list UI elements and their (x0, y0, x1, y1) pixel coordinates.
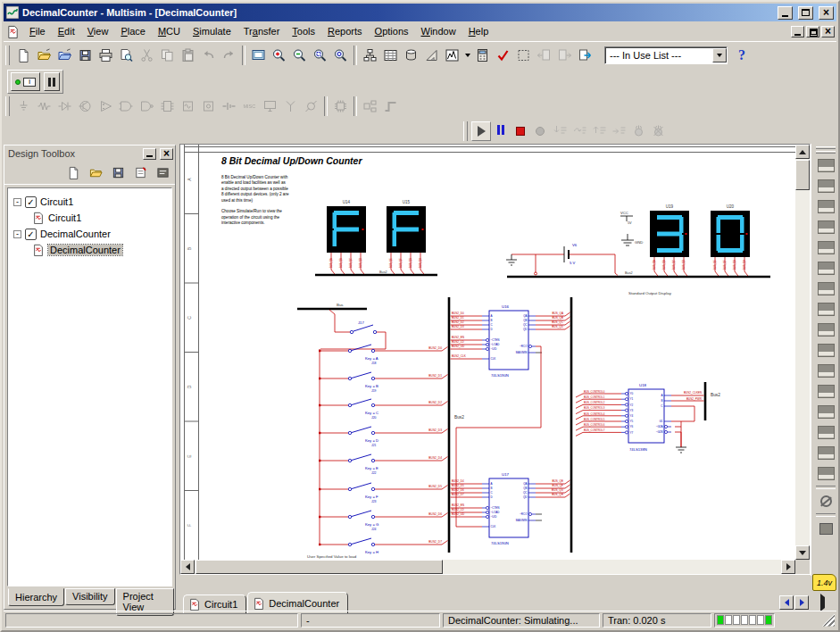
hierarchical-block-button[interactable] (360, 96, 380, 117)
print-button[interactable] (96, 45, 116, 66)
indicator-components-button[interactable] (198, 96, 219, 117)
wattmeter-button[interactable] (814, 196, 838, 217)
analog-components-button[interactable] (96, 96, 116, 117)
minimize-button[interactable] (778, 6, 793, 20)
oscilloscope-button[interactable] (814, 217, 838, 237)
redo-button[interactable] (219, 45, 239, 66)
agilent-oscilloscope-button[interactable] (814, 463, 838, 484)
run-to-cursor-button[interactable] (609, 121, 628, 141)
tree-item-circuit1-design[interactable]: - ✓ Circuit1 (8, 194, 171, 210)
postprocessor-button[interactable] (472, 45, 493, 66)
visibility-checkbox[interactable]: ✓ (25, 196, 37, 208)
schematic-canvas[interactable]: ABCDEF8 Bit Decimal Up/Down Counter8 Bit… (180, 145, 795, 560)
switch-key-J22[interactable]: BUS2_D4Key = EJ22 (319, 454, 448, 475)
run-button[interactable] (471, 121, 491, 141)
source-components-button[interactable] (13, 96, 34, 117)
seven-segment-display-U14[interactable]: U14BUS_QABUS_QBBUS_QCBUS_QD (327, 200, 366, 274)
menu-item[interactable]: View (81, 23, 115, 39)
labview-instruments-button[interactable] (814, 519, 838, 539)
measurement-probe-button[interactable]: 1.4v (812, 574, 836, 591)
combobox-arrow-button[interactable] (712, 48, 727, 62)
open-button[interactable] (34, 45, 54, 66)
cut-button[interactable] (137, 45, 157, 66)
scroll-down-button[interactable] (795, 545, 810, 560)
new-button[interactable] (13, 45, 34, 66)
current-clamp-button[interactable] (814, 491, 838, 511)
menu-item[interactable]: Reports (321, 23, 369, 39)
switch-key-J18[interactable]: BUS2_D0Key = AJ18 (319, 345, 448, 365)
logic-converter-button[interactable] (814, 340, 838, 361)
menu-item[interactable]: Place (114, 23, 152, 39)
new-document-button[interactable] (63, 163, 83, 182)
power-components-button[interactable] (219, 96, 239, 117)
agilent-function-generator-button[interactable] (814, 443, 838, 463)
menu-item[interactable]: Options (369, 23, 415, 39)
grapher-button[interactable] (442, 45, 462, 66)
menu-item[interactable]: Transfer (237, 23, 287, 39)
tree-item-circuit1-page[interactable]: Circuit1 (8, 210, 171, 226)
save-document-button[interactable] (108, 163, 128, 182)
mcu-button[interactable] (330, 96, 351, 117)
run-stop-switch-button[interactable]: I (11, 72, 40, 91)
print-preview-button[interactable] (116, 45, 137, 66)
misc-components-button[interactable]: MISC (239, 96, 260, 117)
component-U16[interactable]: U1674LS190NABCD~CTEN~LOAD~U/DCLKQAQBQCQD… (451, 304, 570, 378)
scroll-left-button[interactable] (180, 560, 195, 574)
diode-components-button[interactable] (54, 96, 75, 117)
menu-item[interactable]: Tools (286, 23, 321, 39)
visibility-checkbox[interactable]: ✓ (25, 229, 37, 240)
open-sample-button[interactable] (54, 45, 75, 66)
pause-button[interactable] (491, 121, 511, 141)
switch-key-J21[interactable]: BUS2_D3Key = DJ21 (319, 427, 448, 447)
mixed-components-button[interactable] (178, 96, 198, 117)
forward-annotate-button[interactable] (554, 45, 575, 66)
distortion-analyzer-button[interactable] (814, 381, 838, 402)
ttl-components-button[interactable] (116, 96, 137, 117)
zoom-area-button[interactable] (310, 45, 330, 66)
switch-J17[interactable]: J17 (320, 310, 386, 349)
collapse-icon[interactable]: - (13, 198, 21, 206)
open-document-button[interactable] (86, 163, 105, 182)
transfer-to-ultiboard-button[interactable] (575, 45, 595, 66)
copy-button[interactable] (157, 45, 178, 66)
horizontal-scroll-thumb[interactable] (195, 560, 443, 574)
menu-item[interactable]: File (23, 23, 52, 39)
toolbar-grip[interactable] (5, 46, 10, 65)
menu-item[interactable]: MCU (152, 23, 187, 39)
back-annotate-button[interactable] (534, 45, 554, 66)
child-close-button[interactable]: × (821, 26, 835, 37)
design-toolbox-button[interactable] (360, 45, 380, 66)
toolbar-scroll-right-button[interactable] (820, 597, 825, 608)
tab-scroll-right-button[interactable] (794, 595, 809, 610)
toggle-breakpoint-button[interactable] (628, 121, 648, 141)
full-screen-button[interactable] (248, 45, 269, 66)
horizontal-scrollbar[interactable] (180, 560, 795, 574)
grapher-dropdown-button[interactable] (462, 45, 472, 66)
bode-plotter-button[interactable] (814, 258, 838, 279)
child-minimize-button[interactable] (791, 26, 804, 37)
vertical-scrollbar[interactable] (795, 145, 810, 560)
maximize-button[interactable] (798, 6, 813, 20)
panel-minimize-button[interactable] (143, 148, 156, 160)
switch-key-H[interactable]: BUS2_D7Key = H (319, 538, 448, 554)
electromechanical-components-button[interactable] (301, 96, 321, 117)
iv-analyzer-button[interactable] (814, 361, 838, 381)
toolbar-grip[interactable] (816, 146, 836, 149)
frequency-counter-button[interactable] (814, 279, 838, 299)
spectrum-analyzer-button[interactable] (814, 402, 838, 422)
rf-components-button[interactable] (280, 96, 301, 117)
close-button[interactable]: × (819, 6, 834, 20)
word-generator-button[interactable] (814, 299, 838, 320)
database-manager-button[interactable] (401, 45, 421, 66)
tab-hierarchy[interactable]: Hierarchy (8, 588, 64, 606)
close-document-button[interactable] (130, 163, 150, 182)
zoom-in-button[interactable] (269, 45, 289, 66)
electrical-rules-check-button[interactable] (493, 45, 513, 66)
paste-button[interactable] (178, 45, 198, 66)
menu-item[interactable]: Window (415, 23, 462, 39)
toolbar-grip[interactable] (816, 151, 836, 154)
component-U17[interactable]: U1774LS190NABCD~CTEN~LOAD~U/DCLKQAQBQCQD… (451, 472, 570, 545)
place-bus-button[interactable] (380, 96, 401, 117)
component-U18[interactable]: U1874LS138NY0BUS_CONTROL0Y1BUS_CONTROL1Y… (576, 383, 704, 453)
spreadsheet-view-button[interactable] (380, 45, 401, 66)
